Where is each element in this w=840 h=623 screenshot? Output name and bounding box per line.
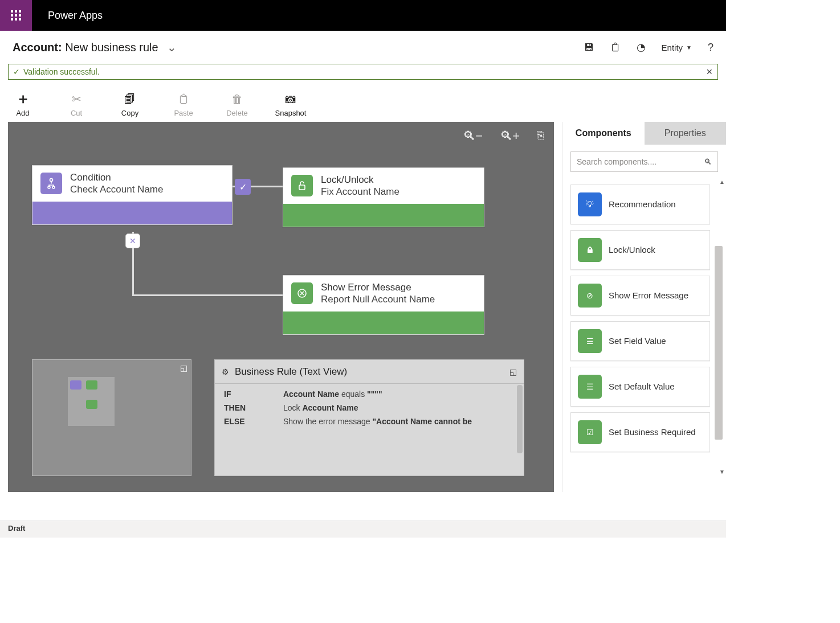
else-label: ELSE — [224, 417, 283, 426]
node-band — [283, 312, 484, 334]
tab-components[interactable]: Components — [562, 122, 645, 145]
lock-unlock-node[interactable]: Lock/Unlock Fix Account Name — [283, 167, 484, 227]
condition-node[interactable]: Condition Check Account Name — [32, 165, 233, 225]
error-icon: ⊘ — [578, 284, 602, 308]
title-text: New business rule — [65, 41, 158, 54]
copy-button[interactable]: 🗐︎Copy — [115, 93, 145, 117]
node-title: Lock/Unlock — [321, 174, 399, 186]
help-icon[interactable]: ? — [708, 42, 713, 54]
fit-screen-icon[interactable]: ⎘ — [537, 129, 544, 144]
scope-dropdown[interactable]: Entity ▼ — [662, 43, 692, 52]
plus-icon: ➕︎ — [19, 93, 27, 105]
search-input[interactable]: Search components.... 🔍︎ — [570, 151, 718, 172]
work-area: 🔍︎− 🔍︎+ ⎘ ✓ ✕ Condition Check Account Na… — [0, 122, 726, 499]
side-panel: Components Properties Search components.… — [562, 122, 726, 492]
then-label: THEN — [224, 403, 283, 412]
paste-icon: 📋︎ — [178, 93, 189, 105]
search-icon: 🔍︎ — [704, 157, 712, 166]
svg-rect-5 — [19, 14, 21, 17]
scissors-icon: ✂ — [72, 93, 81, 105]
zoom-in-icon[interactable]: 🔍︎+ — [500, 129, 520, 144]
error-icon — [291, 282, 313, 304]
minimap-expand-icon[interactable]: ◱ — [180, 363, 187, 372]
page-title[interactable]: Account: New business rule ⌄ — [13, 40, 177, 54]
page-header: Account: New business rule ⌄ 💾︎ 📋︎ ◔ Ent… — [0, 31, 726, 64]
else-expression: Show the error message "Account Name can… — [283, 417, 472, 426]
business-rule-text-view: ⚙ Business Rule (Text View) ◱ IF Account… — [214, 359, 524, 476]
true-branch-icon: ✓ — [235, 179, 251, 195]
svg-point-11 — [52, 186, 55, 188]
svg-point-10 — [48, 186, 50, 188]
component-set-default-value[interactable]: ☰Set Default Value — [570, 367, 710, 407]
show-error-node[interactable]: Show Error Message Report Null Account N… — [283, 275, 484, 335]
trash-icon: 🗑︎ — [231, 93, 243, 105]
node-title: Show Error Message — [321, 281, 435, 293]
components-list: ▲▼ 💡︎Recommendation 🔒︎Lock/Unlock ⊘Show … — [562, 179, 726, 492]
save-icon[interactable]: 💾︎ — [584, 42, 594, 54]
node-band — [32, 202, 232, 224]
minimap-node — [86, 400, 97, 409]
waffle-icon — [11, 10, 21, 21]
copy-icon: 🗐︎ — [124, 93, 136, 105]
side-tabs: Components Properties — [562, 122, 726, 145]
svg-rect-2 — [19, 10, 21, 13]
if-expression: Account Name equals """" — [283, 390, 382, 399]
app-name: Power Apps — [48, 10, 103, 22]
cut-button: ✂Cut — [62, 93, 91, 117]
svg-rect-4 — [15, 14, 17, 17]
add-button[interactable]: ➕︎Add — [8, 93, 38, 117]
title-prefix: Account: — [13, 41, 62, 54]
designer-canvas[interactable]: 🔍︎− 🔍︎+ ⎘ ✓ ✕ Condition Check Account Na… — [8, 122, 554, 492]
lock-icon: 🔒︎ — [578, 238, 602, 262]
lock-icon — [291, 175, 313, 196]
delete-button: 🗑︎Delete — [222, 93, 252, 117]
search-placeholder: Search components.... — [577, 157, 704, 166]
component-recommendation[interactable]: 💡︎Recommendation — [570, 185, 710, 224]
if-label: IF — [224, 390, 283, 399]
component-show-error[interactable]: ⊘Show Error Message — [570, 276, 710, 315]
component-set-business-required[interactable]: ☑Set Business Required — [570, 412, 710, 452]
false-branch-icon: ✕ — [125, 233, 140, 248]
node-subtitle: Check Account Name — [70, 183, 163, 195]
status-footer: Draft — [0, 520, 726, 538]
waffle-button[interactable] — [0, 0, 32, 31]
svg-rect-6 — [11, 18, 13, 21]
scrollbar[interactable] — [517, 385, 523, 453]
minimap-node — [70, 380, 81, 390]
svg-rect-3 — [11, 14, 13, 17]
snapshot-button[interactable]: 📷︎Snapshot — [276, 93, 305, 117]
svg-rect-0 — [11, 10, 13, 13]
svg-rect-8 — [19, 18, 21, 21]
chevron-down-icon[interactable]: ⌄ — [167, 41, 177, 54]
svg-point-9 — [50, 179, 53, 182]
node-subtitle: Fix Account Name — [321, 186, 399, 198]
minimap-viewport — [68, 377, 115, 426]
lightbulb-icon: 💡︎ — [578, 192, 602, 216]
expand-icon[interactable]: ◱ — [509, 367, 517, 376]
app-topbar: Power Apps — [0, 0, 726, 31]
svg-rect-1 — [15, 10, 17, 13]
check-icon: ✓ — [13, 67, 20, 76]
notice-text: Validation successful. — [23, 67, 100, 76]
status-text: Draft — [8, 524, 25, 532]
validate-icon[interactable]: 📋︎ — [610, 42, 621, 54]
svg-rect-7 — [15, 18, 17, 21]
minimap[interactable]: ◱ — [32, 359, 191, 476]
node-subtitle: Report Null Account Name — [321, 293, 435, 305]
node-title: Condition — [70, 171, 163, 183]
activate-icon[interactable]: ◔ — [637, 41, 646, 54]
text-view-title: Business Rule (Text View) — [235, 366, 347, 378]
validation-notice: ✓ Validation successful. ✕ — [8, 64, 718, 80]
list-icon: ☰ — [578, 329, 602, 353]
component-lock-unlock[interactable]: 🔒︎Lock/Unlock — [570, 230, 710, 270]
component-set-field-value[interactable]: ☰Set Field Value — [570, 321, 710, 361]
paste-button: 📋︎Paste — [169, 93, 198, 117]
connector — [132, 294, 283, 296]
tab-properties[interactable]: Properties — [645, 122, 727, 145]
node-band — [283, 204, 484, 227]
zoom-out-icon[interactable]: 🔍︎− — [463, 129, 483, 144]
condition-icon — [40, 173, 62, 194]
checkbox-icon: ☑ — [578, 420, 602, 444]
close-icon[interactable]: ✕ — [706, 67, 713, 76]
chevron-down-icon: ▼ — [686, 44, 692, 51]
